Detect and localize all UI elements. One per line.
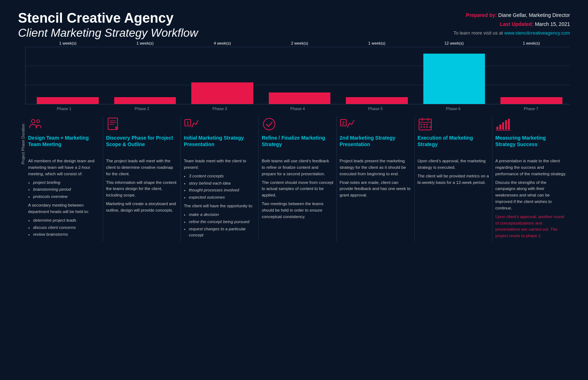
phase-col-4: Refine / Finalize Marketing Strategy Bot… <box>259 117 337 241</box>
svg-rect-19 <box>420 126 422 128</box>
website-line: To learn more visit us at www.stencilcre… <box>454 29 570 37</box>
last-updated: Last Updated: March 15, 2021 <box>454 20 570 29</box>
bar-col-4: 2 week(s) <box>261 47 338 104</box>
bar-col-3: 4 week(s) <box>184 47 261 104</box>
bars-container: 1 week(s) 1 week(s) 4 week(s) <box>29 47 570 104</box>
phase-label-4: Phase 4 <box>259 107 337 111</box>
bar-top-label-1: 1 week(s) <box>59 41 76 45</box>
header-left: Stencil Creative Agency Client Marketing… <box>18 11 198 40</box>
header: Stencil Creative Agency Client Marketing… <box>18 11 570 40</box>
svg-point-9 <box>263 118 275 130</box>
phase-title-4: Refine / Finalize Marketing Strategy <box>262 135 333 154</box>
bar-6 <box>423 54 485 104</box>
bar-7 <box>500 97 562 104</box>
phase-body-7: A presentation is made to the client reg… <box>495 158 567 239</box>
phase-col-7: Measuring Marketing Strategy Success A p… <box>493 117 570 241</box>
svg-rect-21 <box>426 126 428 128</box>
phase-title-2: Discovery Phase for Project Scope & Outl… <box>106 135 178 154</box>
phase-label-6: Phase 6 <box>414 107 492 111</box>
bar-3 <box>191 82 253 104</box>
phase-icon-4 <box>262 117 333 132</box>
svg-rect-25 <box>502 122 504 130</box>
bar-col-1: 1 week(s) <box>29 47 106 104</box>
phase-body-2: The project leads will meet with the cli… <box>106 158 178 214</box>
bar-top-label-6: 12 week(s) <box>444 41 464 45</box>
svg-rect-23 <box>496 127 498 130</box>
svg-text:2: 2 <box>342 121 344 126</box>
svg-rect-20 <box>423 126 425 128</box>
prepared-by: Prepared by: Diane Gellar, Marketing Dir… <box>454 11 570 20</box>
bar-top-label-3: 4 week(s) <box>214 41 231 45</box>
phase-title-5: 2nd Marketing Strategy Presentation <box>340 135 411 154</box>
phase-label-3: Phase 3 <box>181 107 259 111</box>
phase-icon-3: 1 <box>184 117 255 132</box>
bar-col-6: 12 week(s) <box>415 47 493 104</box>
chart-and-phases: 1 week(s) 1 week(s) 4 week(s) <box>25 47 570 241</box>
phase-title-3: Initial Marketing Strategy Presentation <box>184 135 255 154</box>
bar-top-label-2: 1 week(s) <box>137 41 154 45</box>
y-axis-label: Project Phase Duration <box>18 47 25 241</box>
website-text: To learn more visit us at <box>454 30 503 36</box>
bar-4 <box>269 92 331 104</box>
phase-label-5: Phase 5 <box>337 107 414 111</box>
chart-section: Project Phase Duration 1 week(s) <box>18 47 570 241</box>
bar-top-label-4: 2 week(s) <box>291 41 308 45</box>
bar-col-5: 1 week(s) <box>338 47 415 104</box>
phase-icon-7 <box>495 117 567 132</box>
prepared-by-value: Diane Gellar, Marketing Director <box>498 12 570 18</box>
svg-rect-18 <box>426 124 428 125</box>
last-updated-value: March 15, 2021 <box>535 21 570 27</box>
phase-col-5: 2 2nd Marketing Strategy Presentation Pr… <box>337 117 415 241</box>
phase-icon-6 <box>418 117 489 132</box>
bar-chart: 1 week(s) 1 week(s) 4 week(s) <box>25 47 570 104</box>
svg-rect-17 <box>423 124 425 125</box>
phase-title-1: Design Team + Marketing Team Meeting <box>28 135 100 154</box>
bar-top-label-5: 1 week(s) <box>368 41 386 45</box>
agency-subtitle: Client Marketing Strategy Workflow <box>18 26 198 40</box>
phase-icon-5: 2 <box>340 117 411 132</box>
phase-label-7: Phase 7 <box>492 107 570 111</box>
bar-5 <box>346 97 408 104</box>
svg-rect-22 <box>429 126 431 128</box>
page: Stencil Creative Agency Client Marketing… <box>0 0 588 380</box>
phase-col-6: Execution of Marketing Strategy Upon cli… <box>415 117 493 241</box>
header-right: Prepared by: Diane Gellar, Marketing Dir… <box>454 11 570 37</box>
bar-2 <box>114 97 176 104</box>
phase-body-5: Project leads present the marketing stra… <box>340 158 411 199</box>
phase-title-7: Measuring Marketing Strategy Success <box>495 135 567 154</box>
svg-point-0 <box>31 119 35 123</box>
phase-icon-2 <box>106 117 178 132</box>
svg-rect-26 <box>505 120 507 130</box>
last-updated-label: Last Updated: <box>500 21 533 27</box>
svg-rect-27 <box>508 119 510 130</box>
svg-point-1 <box>37 120 40 123</box>
website-link[interactable]: www.stencilcreativeagency.com <box>504 30 570 36</box>
bar-col-2: 1 week(s) <box>106 47 183 104</box>
phase-body-4: Both teams will use client's feedback to… <box>262 158 333 220</box>
bar-col-7: 1 week(s) <box>493 47 570 104</box>
phase-label-1: Phase 1 <box>25 107 103 111</box>
agency-name: Stencil Creative Agency <box>18 11 198 26</box>
phases-content: Design Team + Marketing Team Meeting All… <box>25 117 570 241</box>
phase-col-1: Design Team + Marketing Team Meeting All… <box>25 117 103 241</box>
phase-body-3: Team leads meet with the client to prese… <box>184 158 255 239</box>
phase-label-2: Phase 2 <box>103 107 181 111</box>
svg-text:1: 1 <box>187 121 189 126</box>
phase-col-2: Discovery Phase for Project Scope & Outl… <box>103 117 181 241</box>
phase-title-6: Execution of Marketing Strategy <box>418 135 489 154</box>
bar-1 <box>37 97 99 104</box>
svg-rect-24 <box>499 125 501 130</box>
phase-body-6: Upon client's approval, the marketing st… <box>418 158 489 186</box>
phase-body-1: All members of the design team and marke… <box>28 158 100 238</box>
phase-col-3: 1 Initial Marketing Strategy Presentatio… <box>181 117 259 241</box>
svg-rect-16 <box>420 124 422 125</box>
phase-icon-1 <box>28 117 100 132</box>
prepared-by-label: Prepared by: <box>466 12 497 18</box>
bar-top-label-7: 1 week(s) <box>523 41 540 45</box>
phase-labels: Phase 1 Phase 2 Phase 3 Phase 4 Phase 5 … <box>25 107 570 111</box>
